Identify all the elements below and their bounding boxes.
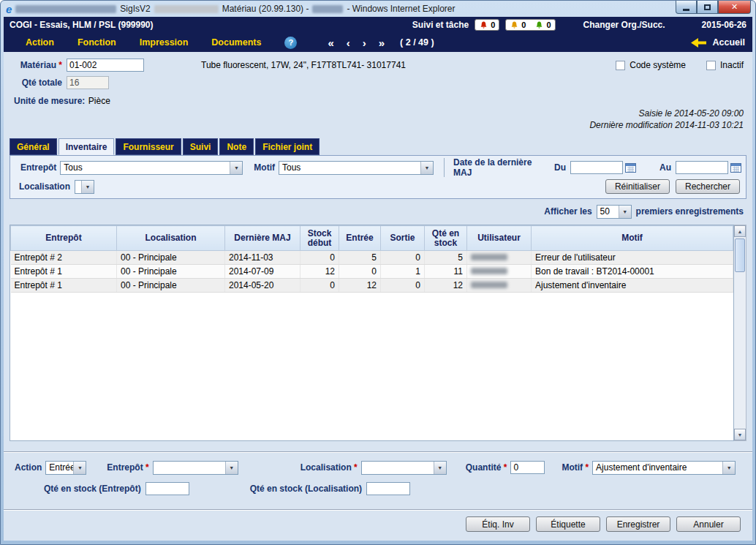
filter-entrepot-select[interactable]: Tous ▼ xyxy=(60,161,243,175)
footer-buttons: Étiq. Inv Étiquette Enregistrer Annuler xyxy=(4,511,752,532)
org-title: COGI - Essais, HLM / PSL (999990) xyxy=(10,20,154,30)
scroll-up-button[interactable]: ▲ xyxy=(734,225,746,237)
date-du-input[interactable] xyxy=(570,161,623,174)
action-select[interactable]: Entrée ▼ xyxy=(45,461,86,475)
col-entree[interactable]: Entrée xyxy=(339,226,381,251)
show-records-row: Afficher les 50 ▼ premiers enregistremen… xyxy=(4,199,752,219)
flags-group: Code système Inactif xyxy=(616,60,744,70)
minimize-icon xyxy=(683,9,689,11)
maximize-icon xyxy=(704,4,711,10)
action-label: Action xyxy=(15,462,42,473)
maximize-button[interactable] xyxy=(697,1,718,14)
ie-icon: e xyxy=(6,4,12,15)
tab-inventaire[interactable]: Inventaire xyxy=(58,138,115,155)
cell-entrepot: Entrepôt # 1 xyxy=(11,279,117,293)
filter-localisation-select[interactable]: ▼ xyxy=(75,180,94,194)
filter-motif-select[interactable]: Tous ▼ xyxy=(279,161,434,175)
cell-qte: 5 xyxy=(425,251,467,265)
nav-next-button[interactable]: › xyxy=(363,37,366,49)
entry-motif-select[interactable]: Ajustement d'inventaire ▼ xyxy=(592,461,736,475)
suivi-label: Suivi et tâche xyxy=(412,20,469,30)
scrollbar-track[interactable] xyxy=(734,237,746,429)
cell-localisation: 00 - Principale xyxy=(117,251,225,265)
col-localisation[interactable]: Localisation xyxy=(117,226,225,251)
notification-badge-red[interactable]: 0 xyxy=(475,19,499,31)
date-au-input[interactable] xyxy=(676,161,728,174)
tab-bar: Général Inventaire Fournisseur Suivi Not… xyxy=(4,131,752,155)
enregistrer-button[interactable]: Enregistrer xyxy=(606,516,670,532)
chevron-down-icon: ▼ xyxy=(722,462,735,474)
code-system-checkbox[interactable] xyxy=(616,61,625,70)
chevron-down-icon: ▼ xyxy=(225,462,238,474)
search-button[interactable]: Rechercher xyxy=(676,179,740,194)
filter-entrepot-label: Entrepôt xyxy=(20,162,56,173)
col-utilisateur[interactable]: Utilisateur xyxy=(467,226,532,251)
col-derniere-maj[interactable]: Dernière MAJ xyxy=(225,226,300,251)
redacted-title-text xyxy=(15,5,116,13)
inactive-checkbox[interactable] xyxy=(706,61,716,70)
code-system-label: Code système xyxy=(630,60,686,70)
notification-badge-green[interactable]: 0 xyxy=(534,20,551,29)
cell-entree: 0 xyxy=(339,265,381,279)
inactive-label: Inactif xyxy=(720,60,744,70)
reset-button[interactable]: Réinitialiser xyxy=(605,179,670,194)
record-stamps: Saisie le 2014-05-20 09:00 Dernière modi… xyxy=(4,105,752,131)
minimize-button[interactable] xyxy=(676,1,697,14)
notification-badge-yellow[interactable]: 0 xyxy=(510,20,526,29)
close-button[interactable]: ✕ xyxy=(718,1,751,14)
tab-general[interactable]: Général xyxy=(10,138,57,155)
nav-last-button[interactable]: » xyxy=(379,37,385,49)
entry-localisation-select[interactable]: ▼ xyxy=(361,461,447,475)
calendar-icon[interactable] xyxy=(730,162,741,173)
cell-sortie: 1 xyxy=(381,265,425,279)
material-input[interactable] xyxy=(67,59,144,72)
back-icon[interactable] xyxy=(691,38,706,48)
home-link[interactable]: Accueil xyxy=(713,37,745,48)
tab-fournisseur[interactable]: Fournisseur xyxy=(116,138,181,155)
col-entrepot[interactable]: Entrepôt xyxy=(11,226,117,251)
entry-row-2: Qté en stock (Entrepôt) Qté en stock (Lo… xyxy=(44,481,746,497)
etiquette-button[interactable]: Étiquette xyxy=(536,516,600,532)
menu-fonction[interactable]: Fonction xyxy=(78,37,116,48)
material-row: Matériau * Tube fluorescent, 17W, 24", F… xyxy=(4,52,752,72)
table-row[interactable]: Entrepôt # 1 00 - Principale 2014-05-20 … xyxy=(11,279,733,293)
etiq-inv-button[interactable]: Étiq. Inv xyxy=(466,516,530,532)
cell-entree: 12 xyxy=(339,279,381,293)
entry-entrepot-select[interactable]: ▼ xyxy=(153,461,238,475)
col-sortie[interactable]: Sortie xyxy=(381,226,425,251)
cell-entrepot: Entrepôt # 1 xyxy=(11,265,117,279)
qte-entrepot-input[interactable] xyxy=(145,482,189,495)
entry-quantite-input[interactable] xyxy=(510,461,545,474)
current-date: 2015-06-26 xyxy=(702,20,746,30)
tab-note[interactable]: Note xyxy=(219,138,254,155)
menu-action[interactable]: Action xyxy=(26,37,54,48)
cell-utilisateur xyxy=(467,279,532,293)
menu-impression[interactable]: Impression xyxy=(140,37,189,48)
change-org-link[interactable]: Changer Org./Succ. xyxy=(583,20,665,30)
show-count-select[interactable]: 50 ▼ xyxy=(597,205,632,219)
entry-motif-label: Motif * xyxy=(562,462,589,473)
notification-badge-group[interactable]: 0 0 xyxy=(505,19,555,31)
menu-documents[interactable]: Documents xyxy=(211,37,261,48)
table-row[interactable]: Entrepôt # 1 00 - Principale 2014-07-09 … xyxy=(11,265,733,279)
tab-suivi[interactable]: Suivi xyxy=(183,138,219,155)
col-stock-debut[interactable]: Stock début xyxy=(300,226,339,251)
vertical-scrollbar[interactable]: ▲ ▼ xyxy=(734,225,746,441)
qte-localisation-input[interactable] xyxy=(366,482,410,495)
scrollbar-thumb[interactable] xyxy=(735,238,745,272)
chevron-down-icon: ▼ xyxy=(434,462,446,474)
annuler-button[interactable]: Annuler xyxy=(676,516,741,532)
col-motif[interactable]: Motif xyxy=(532,226,733,251)
title-suffix: - Windows Internet Explorer xyxy=(347,4,455,14)
col-qte-en-stock[interactable]: Qté en stock xyxy=(425,226,467,251)
calendar-icon[interactable] xyxy=(625,162,636,173)
chevron-down-icon: ▼ xyxy=(420,162,433,174)
nav-prev-button[interactable]: ‹ xyxy=(347,37,350,49)
table-row[interactable]: Entrepôt # 2 00 - Principale 2014-11-03 … xyxy=(11,251,733,265)
cell-maj: 2014-07-09 xyxy=(225,265,300,279)
scroll-down-button[interactable]: ▼ xyxy=(734,429,746,440)
help-icon[interactable]: ? xyxy=(284,37,297,49)
tab-fichier-joint[interactable]: Fichier joint xyxy=(255,138,320,155)
nav-first-button[interactable]: « xyxy=(328,37,333,49)
entry-quantite-label: Quantité * xyxy=(466,462,507,473)
